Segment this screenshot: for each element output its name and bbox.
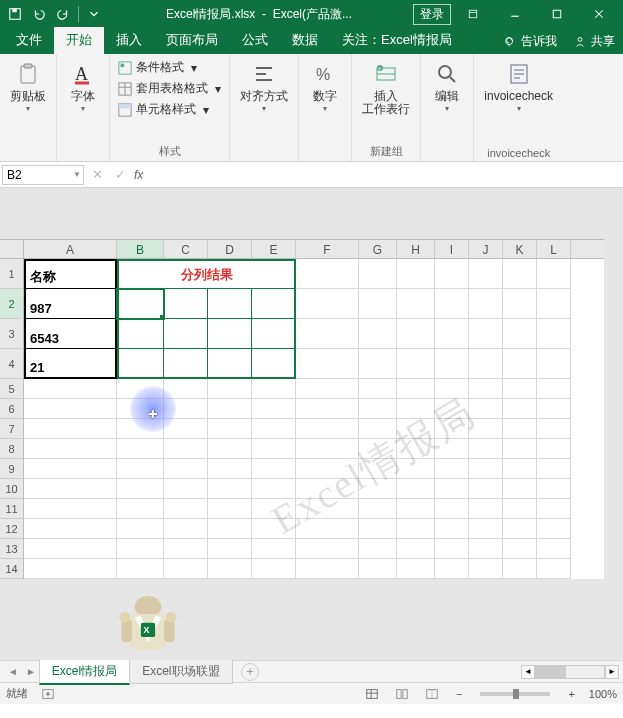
- qat-dropdown-icon[interactable]: [83, 3, 105, 25]
- align-button[interactable]: 对齐方式▾: [236, 58, 292, 115]
- scroll-right-icon[interactable]: ►: [605, 665, 619, 679]
- row-5[interactable]: 5: [0, 379, 604, 399]
- cell-A4: 21: [24, 349, 117, 379]
- svg-text:+: +: [378, 65, 382, 71]
- row-14[interactable]: 14: [0, 559, 604, 579]
- group-align: 对齐方式▾: [230, 54, 299, 161]
- svg-rect-46: [367, 689, 378, 698]
- view-normal-icon[interactable]: [362, 686, 382, 702]
- add-sheet-button[interactable]: ＋: [241, 663, 259, 681]
- row-12[interactable]: 12: [0, 519, 604, 539]
- col-header-F[interactable]: F: [296, 240, 359, 258]
- col-header-J[interactable]: J: [469, 240, 503, 258]
- col-header-I[interactable]: I: [435, 240, 469, 258]
- col-header-D[interactable]: D: [208, 240, 252, 258]
- ribbon-options-icon[interactable]: [453, 0, 493, 28]
- cell-B1E1-merged: 分列结果: [117, 259, 296, 289]
- horizontal-scrollbar[interactable]: ◄ ►: [259, 665, 620, 679]
- font-button[interactable]: A 字体▾: [63, 58, 103, 115]
- zoom-value[interactable]: 100%: [589, 688, 617, 700]
- maximize-icon[interactable]: [537, 0, 577, 28]
- redo-icon[interactable]: [52, 3, 74, 25]
- sheet-tab-other[interactable]: Excel职场联盟: [129, 659, 232, 684]
- ribbon: 剪贴板▾ A 字体▾ 条件格式 ▾ 套用表格格式 ▾ 单元格样式 ▾ 样式: [0, 54, 623, 162]
- row-1[interactable]: 1 名称 分列结果: [0, 259, 604, 289]
- formula-bar: B2▼ ✕ ✓ fx: [0, 162, 623, 188]
- col-header-H[interactable]: H: [397, 240, 435, 258]
- col-header-A[interactable]: A: [24, 240, 117, 258]
- grid[interactable]: A B C D E F G H I J K L 1 名称 分列结果 2 987: [0, 239, 604, 579]
- sheet-tabs: ◄ ► Excel情报局 Excel职场联盟 ＋ ◄ ►: [0, 660, 623, 682]
- sheet-tab-active[interactable]: Excel情报局: [39, 659, 130, 685]
- row-10[interactable]: 10: [0, 479, 604, 499]
- fx-icon[interactable]: fx: [134, 168, 143, 182]
- col-header-G[interactable]: G: [359, 240, 397, 258]
- zoom-slider[interactable]: [480, 692, 550, 696]
- share-button[interactable]: 共享: [565, 29, 623, 54]
- align-icon: [250, 60, 278, 88]
- zoom-out-button[interactable]: −: [452, 688, 466, 700]
- view-page-break-icon[interactable]: [422, 686, 442, 702]
- group-number: % 数字▾: [299, 54, 352, 161]
- row-2[interactable]: 2 987: [0, 289, 604, 319]
- col-header-B[interactable]: B: [117, 240, 164, 258]
- col-header-E[interactable]: E: [252, 240, 296, 258]
- sheet-nav-prev[interactable]: ◄: [4, 666, 22, 677]
- col-header-K[interactable]: K: [503, 240, 537, 258]
- conditional-format-button[interactable]: 条件格式 ▾: [116, 58, 223, 77]
- number-button[interactable]: % 数字▾: [305, 58, 345, 115]
- tab-insert[interactable]: 插入: [104, 27, 154, 54]
- close-icon[interactable]: [579, 0, 619, 28]
- tab-formula[interactable]: 公式: [230, 27, 280, 54]
- tab-page-layout[interactable]: 页面布局: [154, 27, 230, 54]
- font-icon: A: [69, 60, 97, 88]
- svg-rect-16: [121, 63, 125, 67]
- col-header-L[interactable]: L: [537, 240, 571, 258]
- insert-row-button[interactable]: + 插入 工作表行: [358, 58, 414, 118]
- row-4[interactable]: 4 21: [0, 349, 604, 379]
- tellme-button[interactable]: 告诉我: [495, 29, 565, 54]
- scroll-left-icon[interactable]: ◄: [521, 665, 535, 679]
- row-3[interactable]: 3 6543: [0, 319, 604, 349]
- row-7[interactable]: 7: [0, 419, 604, 439]
- row-6[interactable]: 6: [0, 399, 604, 419]
- zoom-in-button[interactable]: +: [564, 688, 578, 700]
- row-9[interactable]: 9: [0, 459, 604, 479]
- svg-text:X: X: [144, 625, 150, 635]
- sheet-nav-next[interactable]: ►: [22, 666, 40, 677]
- row-8[interactable]: 8: [0, 439, 604, 459]
- minimize-icon[interactable]: [495, 0, 535, 28]
- svg-point-45: [46, 692, 50, 696]
- tab-file[interactable]: 文件: [4, 27, 54, 54]
- row-11[interactable]: 11: [0, 499, 604, 519]
- svg-point-43: [166, 612, 177, 623]
- row-13[interactable]: 13: [0, 539, 604, 559]
- svg-rect-2: [469, 10, 477, 18]
- group-clipboard: 剪贴板▾: [0, 54, 57, 161]
- edit-button[interactable]: 编辑▾: [427, 58, 467, 115]
- cell-styles-button[interactable]: 单元格样式 ▾: [116, 100, 223, 119]
- undo-icon[interactable]: [28, 3, 50, 25]
- accept-formula-icon: ✓: [115, 167, 126, 182]
- invoicecheck-button[interactable]: invoicecheck▾: [480, 58, 557, 115]
- login-button[interactable]: 登录: [413, 4, 451, 25]
- search-icon: [433, 60, 461, 88]
- svg-rect-40: [121, 619, 132, 642]
- col-header-C[interactable]: C: [164, 240, 208, 258]
- table-format-button[interactable]: 套用表格格式 ▾: [116, 79, 223, 98]
- svg-rect-41: [164, 619, 175, 642]
- name-box[interactable]: B2▼: [2, 165, 84, 185]
- column-headers[interactable]: A B C D E F G H I J K L: [0, 239, 604, 259]
- tab-data[interactable]: 数据: [280, 27, 330, 54]
- svg-rect-1: [12, 9, 16, 13]
- select-all-corner[interactable]: [0, 240, 24, 258]
- svg-point-10: [578, 37, 582, 41]
- macro-record-icon[interactable]: [38, 686, 58, 702]
- formula-input[interactable]: [151, 165, 621, 185]
- tab-attention[interactable]: 关注：Excel情报局: [330, 27, 464, 54]
- svg-rect-50: [403, 689, 407, 698]
- tab-home[interactable]: 开始: [54, 27, 104, 54]
- save-icon[interactable]: [4, 3, 26, 25]
- paste-button[interactable]: 剪贴板▾: [6, 58, 50, 115]
- view-page-layout-icon[interactable]: [392, 686, 412, 702]
